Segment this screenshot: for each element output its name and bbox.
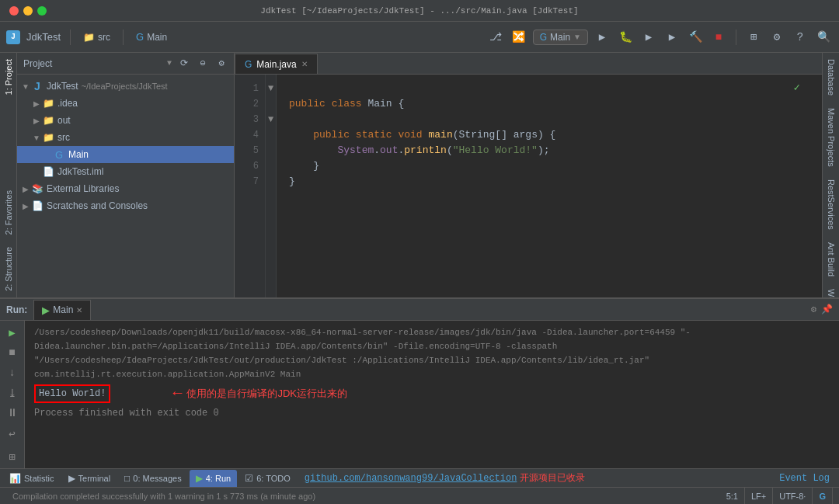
run-panel-title: Run: — [6, 304, 27, 315]
bottom-tab-statistic[interactable]: 📊 Statistic — [3, 470, 61, 487]
status-encoding[interactable]: UTF-8· — [773, 488, 813, 504]
run-panel: Run: ▶ Main ✕ ⚙ 📌 ▶ ■ ↓ ⤓ ⏸ ↩ ⊞ — [0, 297, 839, 468]
run-scroll-end-button[interactable]: ⤓ — [4, 384, 21, 401]
tree-root-item[interactable]: ▼ J JdkTest ~/IdeaProjects/JdkTest — [17, 78, 234, 95]
run-settings-icon[interactable]: ⚙ — [811, 304, 816, 315]
bottom-tab-messages-label: 0: Messages — [133, 474, 181, 483]
code-content[interactable]: public class Main { public static void m… — [277, 75, 822, 297]
bottom-tab-terminal-label: Terminal — [78, 474, 111, 483]
layout-button[interactable]: ⊞ — [744, 28, 763, 47]
maximize-button[interactable] — [37, 6, 47, 16]
stop-button[interactable]: ■ — [709, 28, 728, 47]
right-tab-ant[interactable]: Ant Build — [823, 236, 839, 283]
tree-out-label: out — [57, 115, 71, 126]
project-panel: Project ▼ ⟳ ⊖ ⚙ ▼ J JdkTest ~/IdeaProjec… — [17, 53, 235, 297]
right-tab-word[interactable]: Word B — [823, 283, 839, 297]
tree-main-item[interactable]: G Main — [17, 146, 234, 163]
help-button[interactable]: ? — [791, 28, 809, 47]
tree-scratches-item[interactable]: ▶ 📄 Scratches and Consoles — [17, 197, 234, 214]
status-lf-value: LF+ — [751, 492, 766, 501]
project-panel-header: Project ▼ ⟳ ⊖ ⚙ — [17, 53, 234, 75]
status-encoding-value: UTF-8· — [779, 492, 806, 501]
run-stop-button[interactable]: ■ — [4, 344, 21, 361]
run-filter-button[interactable]: ⊞ — [4, 448, 21, 465]
fold-marker-3[interactable]: ▼ — [266, 112, 276, 127]
code-editor[interactable]: 1 2 3 4 5 6 7 ▼ ▼ public clas — [235, 75, 822, 297]
editor-tabs: G Main.java ✕ — [235, 53, 822, 75]
status-position[interactable]: 5:1 — [720, 488, 745, 504]
right-tab-database[interactable]: Database — [823, 53, 839, 102]
tree-src-item[interactable]: ▼ 📁 src — [17, 129, 234, 146]
editor-area: G Main.java ✕ 1 2 3 4 5 6 7 ▼ — [235, 53, 822, 297]
tree-src-label: src — [57, 132, 70, 143]
window-title: JdkTest [~/IdeaProjects/JdkTest] - .../s… — [260, 6, 578, 16]
github-link[interactable]: github.com/hansonwang99/JavaCollection — [305, 473, 517, 484]
tree-main-label: Main — [68, 149, 89, 160]
tree-root-path: ~/IdeaProjects/JdkTest — [82, 82, 168, 91]
profile-button[interactable]: ▶ — [663, 28, 681, 47]
status-line-ending[interactable]: LF+ — [745, 488, 773, 504]
checkmark-icon: ✓ — [794, 81, 800, 94]
tree-iml-item[interactable]: 📄 JdkTest.iml — [17, 163, 234, 180]
git-icon[interactable]: ⎇ — [486, 28, 505, 47]
toolbar-src-btn[interactable]: 📁 src — [80, 30, 113, 44]
fold-marker-2 — [266, 96, 276, 112]
run-pin-icon[interactable]: 📌 — [821, 304, 833, 315]
run-config-selector[interactable]: G Main ▼ — [533, 30, 588, 45]
run-scroll-down-button[interactable]: ↓ — [4, 364, 21, 381]
statistic-icon: 📊 — [9, 473, 21, 484]
minimize-button[interactable] — [23, 6, 33, 16]
toolbar-project-label[interactable]: JdkTest — [26, 31, 61, 43]
editor-tab-main[interactable]: G Main.java ✕ — [235, 54, 318, 74]
sync-icon[interactable]: ⟳ — [178, 57, 190, 70]
status-message: Compilation completed successfully with … — [6, 492, 720, 501]
sidebar-item-structure[interactable]: 2: Structure — [1, 241, 16, 297]
bottom-tab-terminal[interactable]: ▶ Terminal — [62, 470, 117, 487]
fold-marker-1[interactable]: ▼ — [266, 81, 276, 96]
coverage-button[interactable]: ▶ — [639, 28, 658, 47]
collapse-icon[interactable]: ⊖ — [197, 57, 209, 70]
toolbar-main-btn[interactable]: G Main — [133, 30, 170, 44]
tree-out-item[interactable]: ▶ 📁 out — [17, 112, 234, 129]
event-log-link[interactable]: Event Log — [779, 473, 830, 484]
tab-close-icon[interactable]: ✕ — [301, 60, 308, 68]
run-wrap-button[interactable]: ↩ — [4, 425, 21, 442]
tree-scratches-label: Scratches and Consoles — [47, 200, 148, 211]
sidebar-item-favorites[interactable]: 2: Favorites — [1, 184, 16, 241]
arrow-left-icon: ← — [172, 387, 182, 401]
bottom-tab-statistic-label: Statistic — [24, 474, 54, 483]
search-button[interactable]: 🔍 — [814, 28, 833, 47]
bottom-tab-run-label: 4: Run — [206, 474, 231, 483]
run-button[interactable]: ▶ — [593, 28, 611, 47]
run-output-row: Hello World! ← 使用的是自行编译的JDK运行出来的 — [34, 384, 830, 403]
bottom-tab-run[interactable]: ▶ 4: Run — [190, 470, 237, 487]
status-google-icon[interactable]: G — [813, 488, 833, 504]
run-sidebar: ▶ ■ ↓ ⤓ ⏸ ↩ ⊞ — [0, 321, 25, 468]
close-button[interactable] — [9, 6, 19, 16]
right-tab-maven[interactable]: Maven Projects — [823, 102, 839, 173]
run-pause-button[interactable]: ⏸ — [4, 405, 21, 422]
bottom-tab-messages[interactable]: □ 0: Messages — [118, 470, 188, 487]
sidebar-item-project[interactable]: 1: Project — [1, 53, 16, 101]
run-tab-close[interactable]: ✕ — [76, 306, 82, 315]
tree-iml-label: JdkTest.iml — [57, 166, 103, 177]
project-tree: ▼ J JdkTest ~/IdeaProjects/JdkTest ▶ 📁 .… — [17, 75, 234, 297]
annotation-area: ← 使用的是自行编译的JDK运行出来的 — [172, 387, 347, 401]
toolbar-src-label: src — [98, 32, 110, 43]
tree-idea-item[interactable]: ▶ 📁 .idea — [17, 95, 234, 112]
run-settings-area: ⚙ 📌 — [811, 304, 833, 315]
bottom-tab-todo-label: 6: TODO — [256, 474, 291, 483]
run-right-area: /Users/codesheep/Downloads/openjdk11/bui… — [25, 321, 839, 468]
settings-icon[interactable]: ⚙ — [215, 57, 228, 70]
settings-button[interactable]: ⚙ — [768, 28, 786, 47]
editor-tab-label: Main.java — [256, 59, 296, 70]
tree-extlib-item[interactable]: ▶ 📚 External Libraries — [17, 180, 234, 197]
build-button[interactable]: 🔨 — [686, 28, 705, 47]
run-rerun-button[interactable]: ▶ — [4, 324, 21, 341]
bottom-tab-todo[interactable]: ☑ 6: TODO — [238, 470, 297, 487]
fold-area: ▼ ▼ — [266, 75, 277, 297]
debug-button[interactable]: 🐛 — [616, 28, 635, 47]
right-tab-rest[interactable]: RestServices — [823, 173, 839, 236]
vcs-icon[interactable]: 🔀 — [510, 28, 528, 47]
run-tab-main[interactable]: ▶ Main ✕ — [33, 300, 91, 320]
